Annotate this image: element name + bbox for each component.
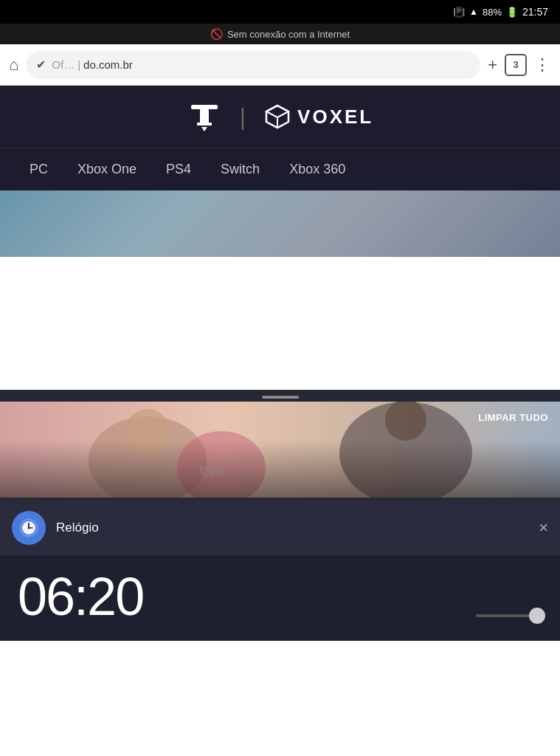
add-tab-button[interactable]: + bbox=[488, 55, 497, 75]
voxel-logo-icon bbox=[263, 103, 291, 131]
nav-item-ps4[interactable]: PS4 bbox=[151, 157, 206, 182]
notification-close-button[interactable]: × bbox=[539, 520, 548, 536]
vibrate-icon: 📳 bbox=[453, 7, 465, 18]
logo-divider: | bbox=[240, 103, 246, 131]
svg-rect-0 bbox=[191, 105, 218, 109]
svg-point-19 bbox=[28, 527, 30, 529]
recents-thumbnail: love LIMPAR TUDO bbox=[0, 402, 560, 498]
notification-title: Relógio bbox=[56, 520, 528, 535]
browser-chrome: ⌂ ✔ Of… | do.com.br + 3 ⋮ bbox=[0, 44, 560, 86]
recents-drag-handle[interactable] bbox=[0, 390, 560, 402]
url-prefix: Of… bbox=[52, 58, 75, 71]
website-nav: PC Xbox One PS4 Switch Xbox 360 bbox=[0, 148, 560, 190]
website-header: | VOXEL bbox=[0, 86, 560, 148]
notif-app-icon bbox=[12, 511, 46, 545]
status-bar: 📳 ▲ 88% 🔋 21:57 bbox=[0, 0, 560, 24]
clock-time-display: 06:20 bbox=[18, 570, 143, 623]
drag-handle-bar bbox=[262, 396, 299, 399]
svg-rect-7 bbox=[0, 402, 560, 498]
logo-left-icon bbox=[187, 99, 222, 134]
svg-rect-2 bbox=[197, 123, 212, 126]
recents-panel: love LIMPAR TUDO bbox=[0, 390, 560, 641]
no-connection-text: Sem conexão com a Internet bbox=[227, 29, 350, 40]
svg-marker-3 bbox=[201, 127, 207, 131]
voxel-logo-text: VOXEL bbox=[297, 106, 373, 128]
notification-card: Relógio × bbox=[0, 501, 560, 555]
url-separator: | bbox=[77, 58, 80, 71]
slider-knob[interactable] bbox=[529, 608, 545, 624]
url-domain: do.com.br bbox=[83, 58, 133, 71]
thumbnail-svg: love bbox=[0, 402, 560, 498]
thumbnail-photo: love bbox=[0, 402, 560, 498]
logo-voxel: VOXEL bbox=[263, 103, 373, 131]
signal-icon: ▲ bbox=[469, 7, 478, 17]
browser-home-button[interactable]: ⌂ bbox=[9, 55, 18, 75]
battery-percentage: 88% bbox=[483, 7, 502, 18]
status-icons: 📳 ▲ 88% 🔋 21:57 bbox=[453, 6, 548, 18]
secure-icon: ✔ bbox=[36, 58, 46, 72]
svg-marker-5 bbox=[266, 106, 288, 117]
nav-item-pc[interactable]: PC bbox=[15, 157, 63, 182]
white-space-area bbox=[0, 257, 560, 390]
clear-all-button[interactable]: LIMPAR TUDO bbox=[478, 412, 548, 423]
nav-item-switch[interactable]: Switch bbox=[206, 157, 274, 182]
tab-count-button[interactable]: 3 bbox=[505, 54, 527, 76]
time-display: 21:57 bbox=[522, 6, 548, 18]
url-display: Of… | do.com.br bbox=[52, 58, 132, 71]
address-bar[interactable]: ✔ Of… | do.com.br bbox=[26, 51, 480, 79]
nav-item-xbox-360[interactable]: Xbox 360 bbox=[274, 157, 360, 182]
clock-panel: 06:20 bbox=[0, 555, 560, 641]
nav-item-xbox-one[interactable]: Xbox One bbox=[63, 157, 151, 182]
slider-track[interactable] bbox=[476, 614, 542, 617]
no-wifi-icon: 🚫 bbox=[210, 28, 223, 40]
no-connection-bar: 🚫 Sem conexão com a Internet bbox=[0, 24, 560, 44]
hero-image bbox=[0, 190, 560, 257]
browser-menu-button[interactable]: ⋮ bbox=[534, 55, 551, 75]
svg-point-9 bbox=[125, 409, 170, 453]
battery-icon: 🔋 bbox=[506, 7, 518, 18]
logo-left bbox=[187, 99, 222, 134]
svg-point-10 bbox=[177, 431, 266, 498]
svg-text:love: love bbox=[199, 464, 224, 478]
clock-slider-area bbox=[476, 614, 542, 623]
clock-icon bbox=[18, 518, 39, 538]
